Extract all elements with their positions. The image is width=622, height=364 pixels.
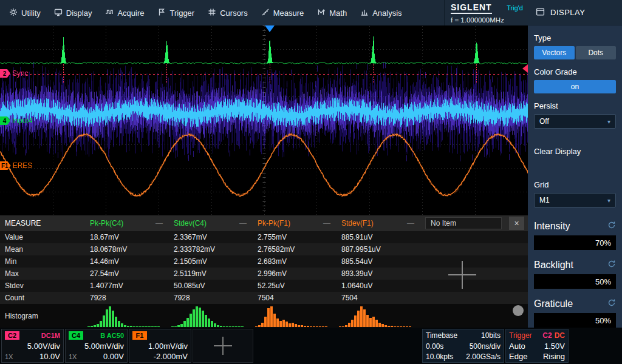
chevron-down-icon: ▾ <box>607 118 610 125</box>
reset-icon[interactable] <box>607 221 616 232</box>
panel-header[interactable]: DISPLAY <box>528 0 622 25</box>
trigger-level: 1.50V <box>544 342 565 351</box>
channel-tag-c2[interactable]: C2 <box>5 331 19 340</box>
type-selector: Vectors Dots <box>534 46 616 59</box>
memory-depth: 10.0kpts <box>426 352 453 361</box>
reset-icon[interactable] <box>607 260 616 271</box>
coupling-c2: DC1M <box>41 332 60 339</box>
intensity-label: Intensity <box>534 221 570 232</box>
trigger-type: Edge <box>509 352 527 361</box>
offset-c4: 0.00V <box>103 352 124 361</box>
histogram-row: Histogram <box>0 304 528 328</box>
menu-label: Trigger <box>169 8 194 18</box>
persist-dropdown[interactable]: Off ▾ <box>534 114 616 129</box>
histogram-pkpk-c4 <box>85 306 169 328</box>
timebase-panel[interactable]: Timebase 10bits 0.00s 500ns/div 10.0kpts… <box>422 329 504 363</box>
bar-chart-icon <box>360 8 369 18</box>
scale-c2: 5.00V/div <box>5 341 60 351</box>
channel-tag-f1[interactable]: F1 <box>132 331 147 340</box>
channel-marker[interactable]: 2 <box>0 69 10 78</box>
clear-display-button[interactable]: Clear Display <box>534 147 616 156</box>
channel-label-sync[interactable]: 2 Sync <box>0 69 29 78</box>
acquire-icon <box>105 8 114 18</box>
scale-c4: 5.00mV/div <box>69 341 124 351</box>
menu-label: Math <box>329 8 347 18</box>
measure-title: MEASURE <box>0 219 85 228</box>
backlight-label: Backlight <box>534 260 573 271</box>
timebase-delay: 0.00s <box>426 342 443 351</box>
menu-label: Analysis <box>372 8 402 18</box>
coupling-c4: B AC50 <box>100 332 124 339</box>
menu-analysis[interactable]: Analysis <box>354 0 408 25</box>
channel-label-eres[interactable]: F1 ERES <box>0 161 32 170</box>
measure-column-pkpk-c4[interactable]: Pk-Pk(C4) <box>85 219 169 228</box>
probe-c2: 1X <box>5 353 13 360</box>
close-measure-button[interactable]: × <box>509 217 524 230</box>
drag-handle[interactable] <box>513 305 524 316</box>
menu-math[interactable]: Math <box>310 0 354 25</box>
channel-marker[interactable]: F1 <box>0 161 11 170</box>
add-measure-crosshair-icon[interactable] <box>448 261 476 289</box>
reset-icon[interactable] <box>607 298 616 309</box>
channel-panel-f1[interactable]: F1 1.00mV/div -2.000mV <box>129 329 191 363</box>
panel-icon <box>536 7 545 18</box>
channel-marker[interactable]: 4 <box>0 116 10 125</box>
trigger-label: Trigger <box>509 331 532 340</box>
graticule-value[interactable]: 50% <box>534 313 616 328</box>
color-grade-toggle[interactable]: on <box>534 80 616 93</box>
type-label: Type <box>534 33 616 42</box>
intensity-value[interactable]: 70% <box>534 235 616 250</box>
trigger-panel[interactable]: Trigger C2 DC Auto 1.50V Edge Rising <box>505 329 569 363</box>
trigger-mode: Auto <box>509 342 525 351</box>
channel-panel-c4[interactable]: C4 B AC50 5.00mV/div 1X 0.00V <box>65 329 128 363</box>
menu-acquire[interactable]: Acquire <box>98 0 151 25</box>
menu-cursors[interactable]: Cursors <box>201 0 255 25</box>
trigger-position-marker[interactable] <box>265 25 275 32</box>
cursors-icon <box>208 8 216 18</box>
timebase-scale: 500ns/div <box>470 342 501 351</box>
add-channel-panel[interactable] <box>193 329 253 363</box>
sample-rate: 2.00GSa/s <box>466 352 501 361</box>
trigger-slope: Rising <box>543 352 565 361</box>
menu-label: Display <box>66 8 92 18</box>
measure-header-row: MEASURE Pk-Pk(C4) Stdev(C4) Pk-Pk(F1) St… <box>0 215 528 231</box>
ruler-icon <box>261 8 270 18</box>
vectors-button[interactable]: Vectors <box>534 46 575 59</box>
display-settings-panel: DISPLAY Type Vectors Dots Color Grade on… <box>528 0 622 328</box>
status-area: SIGLENT Trig'd f = 1.000000MHz <box>444 0 528 25</box>
histogram-stdev-f1 <box>337 306 420 328</box>
dots-button[interactable]: Dots <box>576 46 617 59</box>
panel-title: DISPLAY <box>550 8 585 17</box>
measure-table: MEASURE Pk-Pk(C4) Stdev(C4) Pk-Pk(F1) St… <box>0 215 528 328</box>
channel-panel-c2[interactable]: C2 DC1M 5.00V/div 1X 10.0V <box>1 329 64 363</box>
offset-f1: -2.000mV <box>154 352 188 361</box>
menu-display[interactable]: Display <box>47 0 99 25</box>
menu-label: Utility <box>21 8 41 18</box>
brand-logo: SIGLENT <box>451 2 492 14</box>
offset-c2: 10.0V <box>39 352 60 361</box>
trigger-level-marker[interactable] <box>522 64 528 73</box>
measure-column-no-item[interactable]: No Item <box>425 217 502 229</box>
measure-column-pkpk-f1[interactable]: Pk-Pk(F1) <box>253 219 337 228</box>
add-channel-plus-icon[interactable] <box>214 337 232 355</box>
backlight-value[interactable]: 50% <box>534 274 616 289</box>
menu-trigger[interactable]: Trigger <box>151 0 201 25</box>
adc-bits: 10bits <box>481 331 501 340</box>
menu: Utility Display Acquire Trigger Cursors … <box>0 0 444 25</box>
channel-tag-c4[interactable]: C4 <box>69 331 83 340</box>
menu-label: Measure <box>273 8 304 18</box>
waveform-canvas[interactable] <box>0 25 528 215</box>
bottom-status-bar: C2 DC1M 5.00V/div 1X 10.0V C4 B AC50 5.0… <box>0 328 622 364</box>
channel-label-input4[interactable]: 4 Input4 <box>0 116 32 125</box>
menu-label: Cursors <box>220 8 248 18</box>
menu-utility[interactable]: Utility <box>2 0 47 25</box>
measure-column-stdev-f1[interactable]: Stdev(F1) <box>337 219 420 228</box>
waveform-display[interactable]: 2 Sync 4 Input4 F1 ERES <box>0 25 528 215</box>
display-icon <box>54 8 63 18</box>
persist-label: Persist <box>534 101 616 110</box>
menu-measure[interactable]: Measure <box>255 0 311 25</box>
grid-dropdown[interactable]: M1 ▾ <box>534 193 616 207</box>
histogram-pkpk-f1 <box>253 306 337 328</box>
measure-column-stdev-c4[interactable]: Stdev(C4) <box>169 219 253 228</box>
probe-c4: 1X <box>69 353 77 360</box>
